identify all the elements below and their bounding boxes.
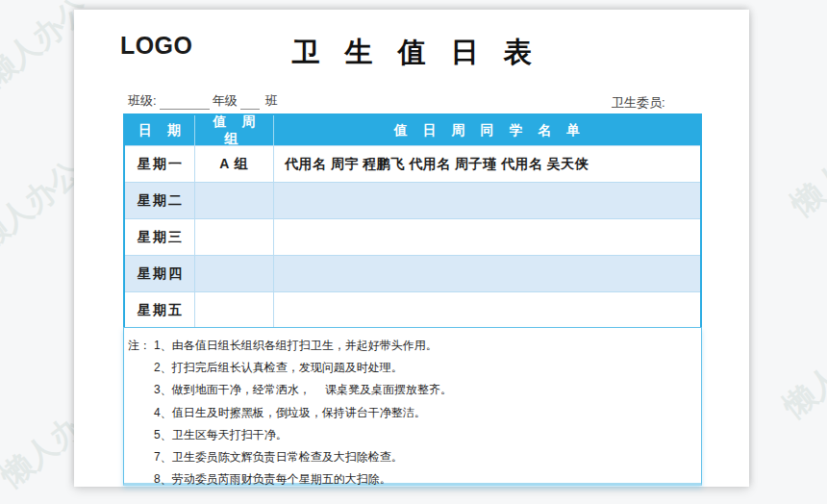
header-cell-group: 值 周 组 bbox=[194, 115, 273, 145]
notes-indent bbox=[128, 446, 154, 468]
class-label: 班级: bbox=[128, 93, 157, 108]
document-sheet: LOGO 卫 生 值 日 表 班级:年级班 卫生委员: 日 期 值 周 组 值 … bbox=[74, 10, 749, 487]
group-cell bbox=[194, 256, 273, 291]
note-text: 8、劳动委员芮雨财负责每个星期五的大扫除。 bbox=[154, 468, 693, 491]
group-cell bbox=[194, 219, 273, 255]
day-cell: 星期四 bbox=[125, 256, 194, 291]
note-text: 4、值日生及时擦黑板，倒垃圾，保持讲台干净整洁。 bbox=[154, 402, 693, 424]
note-line: 4、值日生及时擦黑板，倒垃圾，保持讲台干净整洁。 bbox=[128, 402, 693, 424]
note-text: 3、做到地面干净，经常洒水， 课桌凳及桌面摆放整齐。 bbox=[154, 379, 693, 401]
names-cell bbox=[273, 256, 700, 291]
note-text: 1、由各值日组长组织各组打扫卫生，并起好带头作用。 bbox=[154, 335, 693, 357]
notes-indent bbox=[128, 468, 154, 491]
notes-box: 注： 1、由各值日组长组织各组打扫卫生，并起好带头作用。 2、打扫完后组长认真检… bbox=[123, 327, 702, 486]
note-line: 5、卫生区每天打扫干净。 bbox=[128, 424, 693, 446]
page-title: 卫 生 值 日 表 bbox=[74, 34, 749, 72]
group-cell bbox=[194, 183, 273, 218]
table-row-friday: 星期五 bbox=[125, 291, 700, 328]
day-cell: 星期五 bbox=[125, 292, 194, 328]
note-line: 7、卫生委员陈文辉负责日常检查及大扫除检查。 bbox=[128, 446, 693, 468]
note-line: 8、劳动委员芮雨财负责每个星期五的大扫除。 bbox=[128, 468, 693, 491]
notes-indent bbox=[128, 379, 154, 401]
class-blank-line bbox=[160, 96, 210, 110]
day-cell: 星期二 bbox=[125, 183, 194, 218]
committee-label: 卫生委员: bbox=[612, 94, 665, 112]
note-text: 5、卫生区每天打扫干净。 bbox=[154, 424, 693, 446]
names-cell bbox=[273, 292, 700, 328]
header-cell-date: 日 期 bbox=[125, 122, 194, 139]
class-unit-label: 班 bbox=[265, 93, 278, 108]
note-text: 2、打扫完后组长认真检查，发现问题及时处理。 bbox=[154, 357, 693, 379]
grade-label: 年级 bbox=[213, 93, 238, 108]
grade-blank-line bbox=[240, 96, 260, 110]
note-line: 2、打扫完后组长认真检查，发现问题及时处理。 bbox=[128, 357, 693, 379]
notes-indent bbox=[128, 424, 154, 446]
table-row-monday: 星期一 A 组 代用名 周宇 程鹏飞 代用名 周子瑾 代用名 吴天侠 bbox=[125, 145, 700, 182]
group-cell bbox=[194, 292, 273, 328]
watermark-text: 懒人办公 bbox=[783, 116, 827, 225]
note-line: 3、做到地面干净，经常洒水， 课桌凳及桌面摆放整齐。 bbox=[128, 379, 693, 401]
note-text: 7、卫生委员陈文辉负责日常检查及大扫除检查。 bbox=[154, 446, 693, 468]
table-row-wednesday: 星期三 bbox=[125, 218, 700, 255]
duty-table: 日 期 值 周 组 值 日 周 同 学 名 单 星期一 A 组 代用名 周宇 程… bbox=[123, 113, 702, 330]
header-cell-names: 值 日 周 同 学 名 单 bbox=[273, 115, 700, 145]
names-cell: 代用名 周宇 程鹏飞 代用名 周子瑾 代用名 吴天侠 bbox=[273, 146, 700, 182]
notes-indent bbox=[128, 402, 154, 424]
day-cell: 星期一 bbox=[125, 146, 194, 182]
notes-prefix: 注： bbox=[128, 335, 154, 357]
names-cell bbox=[273, 219, 700, 255]
screenshot-canvas: { "logo": "LOGO", "title": "卫 生 值 日 表", … bbox=[0, 0, 827, 504]
info-row: 班级:年级班 卫生委员: bbox=[128, 92, 711, 113]
note-line: 注： 1、由各值日组长组织各组打扫卫生，并起好带头作用。 bbox=[128, 335, 693, 357]
names-cell bbox=[273, 183, 700, 218]
day-cell: 星期三 bbox=[125, 219, 194, 255]
table-row-tuesday: 星期二 bbox=[125, 182, 700, 218]
table-row-thursday: 星期四 bbox=[125, 255, 700, 291]
notes-indent bbox=[128, 357, 154, 379]
group-cell: A 组 bbox=[194, 146, 273, 182]
table-header-row: 日 期 值 周 组 值 日 周 同 学 名 单 bbox=[125, 115, 700, 145]
watermark-text: 懒人办公 bbox=[775, 318, 827, 427]
